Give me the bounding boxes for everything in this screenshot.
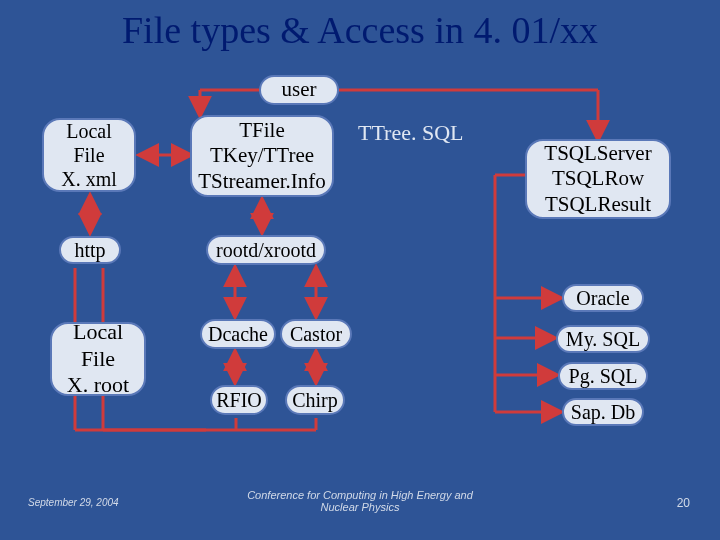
footer-page-number: 20 [677,496,690,510]
node-user: user [259,75,339,105]
node-mysql: My. SQL [556,325,650,353]
footer-conference: Conference for Computing in High Energy … [0,489,720,514]
node-rfio: RFIO [210,385,268,415]
node-pgsql: Pg. SQL [558,362,648,390]
node-oracle: Oracle [562,284,644,312]
connectors [0,0,720,540]
label-ttree-sql: TTree. SQL [358,120,464,146]
node-local-file-root: LocalFileX. root [50,322,146,396]
node-local-file-xml: LocalFileX. xml [42,118,136,192]
node-castor: Castor [280,319,352,349]
node-rootd: rootd/xrootd [206,235,326,265]
node-tsqlserver: TSQLServerTSQLRowTSQLResult [525,139,671,219]
node-sapdb: Sap. Db [562,398,644,426]
node-http: http [59,236,121,264]
node-tfile: TFileTKey/TTreeTStreamer.Info [190,115,334,197]
node-dcache: Dcache [200,319,276,349]
node-chirp: Chirp [285,385,345,415]
slide-title: File types & Access in 4. 01/xx [0,0,720,52]
